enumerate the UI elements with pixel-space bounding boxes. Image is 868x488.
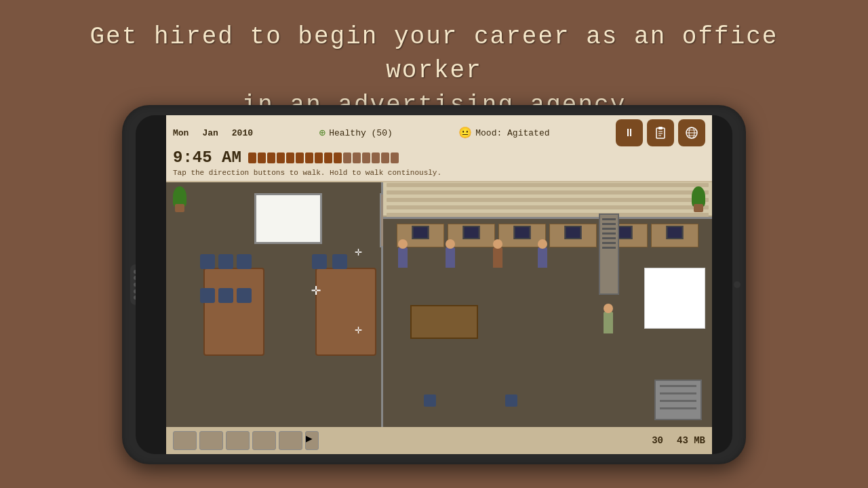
monitor [667, 226, 684, 239]
nav-btn[interactable] [226, 431, 250, 450]
device-inner: Mon Jan 2010 ⊕ Healthy (50) 😐 Mood: Agit… [136, 115, 732, 454]
health-seg [353, 152, 361, 163]
hud-buttons: ⏸ [616, 119, 705, 146]
hud-health: ⊕ Healthy (50) [319, 126, 393, 140]
conference-room: ✛ ✛ ✛ ✛ [166, 180, 383, 427]
chair [200, 288, 215, 303]
pause-button[interactable]: ⏸ [616, 119, 643, 146]
monitor [412, 226, 429, 239]
bottom-stats: 30 43 MB [652, 435, 705, 446]
blind-slat [387, 205, 709, 209]
hud-date: Mon Jan 2010 [173, 128, 253, 138]
health-seg [372, 152, 380, 163]
health-seg [343, 152, 351, 163]
info-line [602, 242, 616, 244]
health-bar [248, 152, 705, 163]
chair [332, 254, 347, 269]
chair [218, 288, 233, 303]
worker-head [446, 239, 455, 249]
hud-mood: 😐 Mood: Agitated [458, 126, 549, 140]
move-left-control[interactable]: ✛ [311, 280, 321, 300]
worker-head [493, 239, 502, 249]
info-line [602, 237, 616, 239]
cubicle-desk [549, 224, 597, 247]
worker-1 [398, 247, 408, 268]
health-seg [305, 152, 313, 163]
health-icon: ⊕ [319, 126, 326, 140]
health-seg [286, 152, 294, 163]
speaker-right [734, 281, 741, 288]
info-panel [599, 214, 619, 295]
nav-btn-arrow[interactable]: ▶ [305, 431, 319, 450]
office-scene: ✛ ✛ ✛ ✛ [166, 180, 712, 427]
worker-head [538, 239, 547, 249]
month: Jan [202, 128, 218, 138]
worker-3 [493, 247, 502, 268]
move-down-control[interactable]: ✛ [355, 322, 362, 337]
info-line [602, 218, 616, 220]
clipboard-button[interactable] [647, 119, 674, 146]
info-line [602, 223, 616, 225]
globe-icon [685, 126, 698, 140]
worker-head [604, 304, 613, 313]
room-divider [383, 217, 712, 219]
desk-row-1 [397, 224, 698, 247]
cubicle-area [383, 180, 712, 427]
blind-slat [387, 190, 709, 195]
file-line [660, 400, 696, 402]
mood-icon: 😐 [458, 126, 472, 140]
health-seg [267, 152, 275, 163]
nav-btn[interactable] [199, 431, 223, 450]
health-seg [391, 152, 399, 163]
lower-desk-area [410, 305, 478, 339]
fps-counter: 30 [652, 435, 663, 446]
game-area: ✛ ✛ ✛ ✛ [166, 180, 712, 427]
globe-button[interactable] [678, 119, 705, 146]
file-line [660, 407, 696, 409]
monitor [565, 226, 582, 239]
screen: Mon Jan 2010 ⊕ Healthy (50) 😐 Mood: Agit… [166, 115, 712, 454]
health-seg [315, 152, 323, 163]
dialog-popup[interactable] [644, 268, 705, 329]
health-seg [277, 152, 285, 163]
year: 2010 [232, 128, 253, 138]
health-seg [381, 152, 389, 163]
worker-4 [538, 247, 547, 268]
info-line [602, 247, 616, 249]
whiteboard [254, 193, 322, 244]
mood-label: Mood: Agitated [475, 128, 549, 138]
chair [312, 254, 327, 269]
monitor [514, 226, 531, 239]
title-line1: Get hired to begin your career as an off… [90, 23, 778, 85]
device: Mon Jan 2010 ⊕ Healthy (50) 😐 Mood: Agit… [122, 105, 746, 464]
clipboard-icon [654, 126, 667, 140]
nav-btn[interactable] [173, 431, 197, 450]
lower-desk [410, 305, 478, 339]
chair-bottom [424, 394, 436, 407]
health-seg [334, 152, 342, 163]
conf-table-left [203, 268, 264, 356]
svg-rect-1 [658, 127, 663, 129]
nav-btn[interactable] [279, 431, 302, 450]
blind-slat [387, 198, 709, 202]
nav-buttons: ▶ [173, 431, 319, 450]
info-line [602, 232, 616, 235]
cubicle-desk [651, 224, 698, 247]
chair [237, 254, 252, 269]
chair [237, 288, 252, 303]
info-line [602, 228, 616, 230]
conf-table-right [315, 268, 376, 356]
health-seg [248, 152, 256, 163]
worker-2 [446, 247, 455, 268]
window-blinds [383, 180, 712, 217]
blind-slat [387, 183, 709, 187]
worker-head [398, 239, 408, 249]
file-line [660, 385, 696, 387]
hud-time: 9:45 AM [173, 148, 241, 167]
nav-btn[interactable] [252, 431, 276, 450]
move-up-control[interactable]: ✛ [355, 244, 362, 259]
file-cabinet [654, 380, 702, 420]
monitor [463, 226, 480, 239]
worker-lower [604, 312, 613, 333]
health-seg [296, 152, 304, 163]
